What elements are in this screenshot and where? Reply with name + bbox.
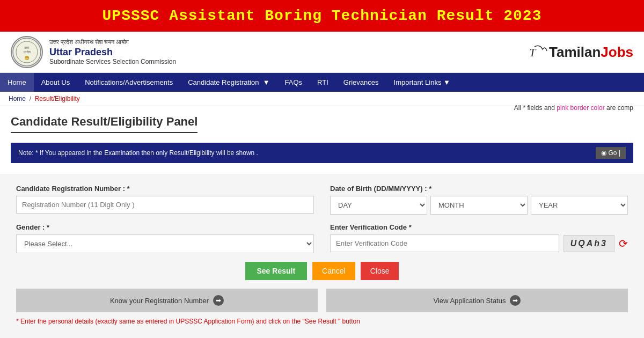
tamilan-logo-icon: T [526,41,548,63]
nav-candidate-reg[interactable]: Candidate Registration ▼ [180,73,277,92]
svg-text:T: T [529,46,537,59]
main-content: Candidate Result/Eligibility Panel All *… [0,106,644,338]
dob-selects: DAY MONTH YEAR [330,196,628,215]
verify-input-group: UQAh3 ⟳ [330,234,628,252]
dob-day-select[interactable]: DAY [330,196,427,215]
go-button[interactable]: ◉ Go | [596,147,626,159]
header-text: उत्तर प्रदेश अधीनस्थ सेवा चयन आयोग Uttar… [49,39,176,65]
dob-month-select[interactable]: MONTH [430,196,528,215]
gender-group: Gender : * Please Select... Male Female … [16,223,314,253]
gender-select[interactable]: Please Select... Male Female Other [16,234,314,253]
arrow-icon-2: ➡ [510,295,521,306]
captcha-image: UQAh3 [564,235,614,252]
nav-grievances[interactable]: Grievances [336,73,386,92]
required-note: All * fields and pink border color are c… [514,104,633,112]
org-logo: उत्तर प्रदेश UP [11,36,43,68]
view-application-status-button[interactable]: View Application Status ➡ [326,289,628,312]
reg-label: Candidate Registration Number : * [16,185,314,193]
know-registration-button[interactable]: Know your Registration Number ➡ [16,289,318,312]
nav-home[interactable]: Home [0,73,34,92]
cancel-button[interactable]: Cancel [312,262,355,280]
form-row-1: Candidate Registration Number : * Date o… [16,185,628,215]
nav-about[interactable]: About Us [34,73,77,92]
main-nav: Home About Us Notifications/Advertisemen… [0,73,644,92]
nav-faqs[interactable]: FAQs [277,73,310,92]
buttons-row: See Result Cancel Close [16,262,628,280]
svg-text:UP: UP [25,57,28,60]
close-button[interactable]: Close [361,262,399,280]
dob-year-select[interactable]: YEAR [531,196,628,215]
verify-label: Enter Verification Code * [330,223,628,231]
top-banner: UPSSSC Assistant Boring Technician Resul… [0,0,644,32]
nav-important-links[interactable]: Important Links ▼ [386,73,458,92]
breadcrumb-home[interactable]: Home [9,95,26,102]
title-row: Candidate Result/Eligibility Panel All *… [11,115,633,135]
header-right: T TamilanJobs [526,41,633,63]
sub-name: Subordinate Services Selection Commissio… [49,58,176,65]
action-btns-row: Know your Registration Number ➡ View App… [16,289,628,312]
dob-group: Date of Birth (DD/MM/YYYY) : * DAY MONTH… [330,185,628,215]
see-result-button[interactable]: See Result [245,262,308,280]
site-header: उत्तर प्रदेश UP उत्तर प्रदेश अधीनस्थ सेव… [0,32,644,73]
svg-text:उत्तर: उत्तर [24,46,30,49]
banner-title: UPSSSC Assistant Boring Technician Resul… [5,8,639,24]
reg-number-input[interactable] [16,196,314,214]
note-bar: Note: * If You appeared in the Examinati… [11,143,633,163]
dob-label: Date of Birth (DD/MM/YYYY) : * [330,185,628,193]
gender-label: Gender : * [16,223,314,231]
nav-rti[interactable]: RTI [310,73,336,92]
org-name: Uttar Pradesh [49,47,176,58]
nav-notifications[interactable]: Notifications/Advertisements [77,73,180,92]
verify-group: Enter Verification Code * UQAh3 ⟳ [330,223,628,253]
form-row-2: Gender : * Please Select... Male Female … [16,223,628,253]
breadcrumb-current: Result/Eligibility [35,95,80,102]
tamilan-jobs-logo: TamilanJobs [549,44,633,61]
header-left: उत्तर प्रदेश UP उत्तर प्रदेश अधीनस्थ सेव… [11,36,176,68]
refresh-captcha-button[interactable]: ⟳ [619,237,628,250]
verify-input[interactable] [330,234,559,252]
note-text: Note: * If You appeared in the Examinati… [18,149,258,157]
panel-title: Candidate Result/Eligibility Panel [11,115,197,135]
hindi-text: उत्तर प्रदेश अधीनस्थ सेवा चयन आयोग [49,39,176,46]
arrow-icon: ➡ [213,295,224,306]
reg-number-group: Candidate Registration Number : * [16,185,314,215]
bottom-note: * Enter the personal details (exactly sa… [16,318,628,325]
form-area: Candidate Registration Number : * Date o… [0,174,644,338]
svg-text:प्रदेश: प्रदेश [23,50,31,54]
